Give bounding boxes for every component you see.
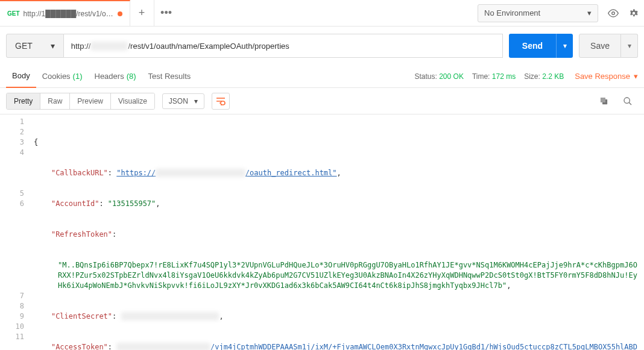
env-preview-button[interactable]: [603, 4, 623, 22]
tab-title: http://1██████/rest/v1/oauth...: [24, 10, 114, 18]
chevron-down-icon: ▾: [194, 97, 198, 105]
view-raw[interactable]: Raw: [40, 93, 70, 109]
svg-line-5: [629, 102, 631, 105]
chevron-down-icon: ▾: [634, 72, 638, 81]
chevron-down-icon: ▾: [587, 8, 592, 17]
save-dropdown[interactable]: ▾: [621, 34, 638, 58]
copy-response-button[interactable]: [593, 92, 614, 110]
search-icon: [623, 96, 633, 106]
http-method-select[interactable]: GET ▾: [6, 34, 64, 58]
search-response-button[interactable]: [617, 92, 638, 110]
settings-button[interactable]: [623, 4, 644, 22]
gear-icon: [628, 8, 639, 19]
copy-icon: [599, 96, 608, 105]
view-preview[interactable]: Preview: [70, 93, 111, 109]
time-value: 172 ms: [492, 72, 516, 81]
svg-point-0: [612, 11, 615, 14]
tab-overflow-button[interactable]: •••: [154, 0, 178, 27]
send-dropdown[interactable]: ▾: [556, 34, 573, 58]
unsaved-dot-icon: [118, 11, 122, 16]
method-label: GET: [15, 41, 33, 51]
eye-icon: [608, 8, 619, 19]
tab-method: GET: [7, 10, 20, 17]
tab-headers[interactable]: Headers(8): [89, 65, 142, 88]
size-value: 2.2 KB: [542, 72, 564, 81]
url-input[interactable]: http://i██████/rest/v1/oauth/name/Exampl…: [64, 34, 503, 58]
chevron-down-icon: ▾: [628, 42, 631, 50]
status-value: 200 OK: [439, 72, 464, 81]
view-pretty[interactable]: Pretty: [7, 93, 40, 109]
new-tab-button[interactable]: +: [130, 0, 154, 27]
svg-point-4: [624, 98, 630, 103]
chevron-down-icon: ▾: [563, 42, 567, 50]
environment-label: No Environment: [484, 8, 540, 17]
tab-body[interactable]: Body: [6, 65, 36, 88]
tab-test-results[interactable]: Test Results: [142, 65, 197, 88]
tab-cookies[interactable]: Cookies(1): [36, 65, 89, 88]
svg-rect-3: [600, 98, 605, 102]
request-tab[interactable]: GET http://1██████/rest/v1/oauth...: [0, 0, 130, 27]
view-visualize[interactable]: Visualize: [111, 93, 154, 109]
json-content: { "CallbackURL": "https://██████████████…: [30, 114, 644, 350]
format-select[interactable]: JSON ▾: [162, 93, 204, 109]
response-meta: Status: 200 OK Time: 172 ms Size: 2.2 KB: [414, 72, 564, 81]
chevron-down-icon: ▾: [51, 41, 55, 51]
view-mode-segment: Pretty Raw Preview Visualize: [6, 93, 155, 110]
save-response-button[interactable]: Save Response ▾: [575, 72, 638, 81]
wrap-lines-button[interactable]: [212, 93, 230, 110]
wrap-icon: [216, 97, 226, 105]
send-button[interactable]: Send: [509, 34, 556, 58]
line-gutter: 1234 56 7891011: [0, 114, 30, 350]
response-body[interactable]: 1234 56 7891011 { "CallbackURL": "https:…: [0, 114, 644, 350]
environment-select[interactable]: No Environment ▾: [478, 4, 598, 22]
save-button[interactable]: Save: [579, 34, 621, 58]
